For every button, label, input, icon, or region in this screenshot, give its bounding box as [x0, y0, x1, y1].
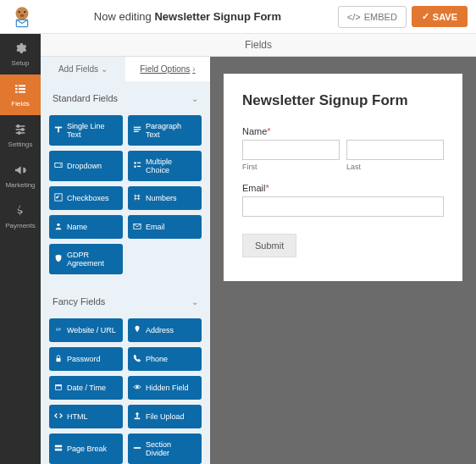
submit-button[interactable]: Submit	[242, 234, 296, 257]
bullhorn-icon	[14, 163, 27, 179]
dropdown-icon	[54, 161, 63, 171]
name-label: Name*	[242, 126, 444, 136]
sliders-icon	[14, 123, 27, 138]
field-hidden-field[interactable]: Hidden Field	[128, 376, 202, 400]
paragraph-icon	[133, 125, 141, 135]
tab-field-options[interactable]: Field Options›	[125, 57, 210, 81]
svg-point-13	[18, 132, 20, 135]
break-icon	[54, 444, 63, 454]
field-single-line-text[interactable]: Single Line Text	[49, 115, 123, 146]
logo-icon	[7, 4, 37, 30]
field-address[interactable]: Address	[128, 318, 202, 342]
form-title: Newsletter Signup Form	[242, 92, 444, 109]
svg-rect-23	[137, 166, 141, 167]
field-password[interactable]: Password	[49, 347, 123, 371]
pin-icon	[133, 325, 141, 335]
svg-rect-7	[15, 88, 18, 90]
svg-rect-18	[134, 131, 139, 132]
lock-icon	[54, 354, 63, 364]
svg-rect-8	[19, 88, 25, 90]
nav-marketing[interactable]: Marketing	[0, 156, 41, 196]
svg-point-0	[16, 7, 29, 19]
field-website-url[interactable]: Website / URL	[49, 318, 123, 342]
svg-rect-10	[19, 91, 25, 93]
field-name[interactable]: Name	[49, 215, 123, 239]
svg-rect-21	[137, 163, 141, 163]
svg-rect-15	[58, 127, 59, 133]
field-page-break[interactable]: Page Break	[49, 434, 123, 464]
svg-rect-34	[134, 447, 141, 449]
calendar-icon	[54, 383, 63, 393]
gear-icon	[14, 41, 27, 57]
fields-header: Fields	[41, 34, 476, 57]
field-date-time[interactable]: Date / Time	[49, 376, 123, 400]
svg-rect-32	[55, 445, 62, 448]
first-sublabel: First	[242, 163, 340, 171]
shield-icon	[54, 254, 63, 264]
nav-settings[interactable]: Settings	[0, 115, 41, 156]
dollar-icon	[14, 204, 27, 219]
field-numbers[interactable]: Numbers	[128, 186, 202, 210]
svg-rect-27	[57, 358, 61, 362]
hash-icon	[133, 193, 141, 203]
svg-rect-16	[134, 127, 141, 128]
svg-point-12	[21, 129, 24, 131]
svg-point-11	[17, 125, 19, 128]
embed-button[interactable]: </>EMBED	[338, 6, 407, 28]
check-icon	[54, 193, 63, 203]
svg-rect-6	[19, 85, 25, 86]
svg-point-3	[20, 14, 25, 16]
text-icon	[54, 125, 63, 135]
check-icon: ✓	[422, 11, 429, 22]
link-icon	[54, 325, 63, 335]
nav-payments[interactable]: Payments	[0, 196, 41, 237]
divider-icon	[133, 444, 141, 454]
svg-point-25	[57, 224, 59, 226]
svg-point-1	[19, 11, 20, 13]
nav-fields[interactable]: Fields	[0, 75, 41, 115]
field-phone[interactable]: Phone	[128, 347, 202, 371]
svg-point-2	[24, 11, 25, 13]
list-icon	[14, 82, 27, 97]
user-icon	[54, 222, 63, 232]
field-checkboxes[interactable]: Checkboxes	[49, 186, 123, 210]
field-html[interactable]: HTML	[49, 405, 123, 428]
email-input[interactable]	[242, 196, 444, 217]
email-label: Email*	[242, 183, 444, 193]
svg-point-22	[134, 165, 136, 168]
radio-icon	[133, 161, 141, 171]
save-button[interactable]: ✓SAVE	[412, 6, 468, 27]
field-dropdown[interactable]: Dropdown	[49, 151, 123, 181]
field-paragraph-text[interactable]: Paragraph Text	[128, 115, 202, 146]
field-gdpr-agreement[interactable]: GDPR Agreement	[49, 244, 123, 274]
upload-icon	[133, 412, 141, 422]
section-standard-fields[interactable]: Standard Fields⌄	[41, 81, 210, 115]
chevron-right-icon: ›	[192, 64, 195, 74]
svg-point-20	[134, 162, 136, 164]
first-name-input[interactable]	[242, 140, 340, 160]
code-icon: </>	[347, 12, 361, 22]
field-file-upload[interactable]: File Upload	[128, 405, 202, 428]
mail-icon	[133, 222, 141, 232]
code-icon	[54, 412, 63, 422]
svg-point-30	[136, 386, 139, 389]
eye-icon	[133, 383, 141, 393]
svg-rect-17	[134, 129, 141, 130]
field-email[interactable]: Email	[128, 215, 202, 239]
nav-setup[interactable]: Setup	[0, 34, 41, 75]
svg-rect-31	[135, 418, 141, 420]
last-sublabel: Last	[346, 163, 444, 171]
page-title: Now editing Newsletter Signup Form	[37, 10, 338, 23]
field-multiple-choice[interactable]: Multiple Choice	[128, 151, 202, 181]
svg-rect-5	[15, 85, 18, 86]
chevron-down-icon: ⌄	[191, 94, 198, 103]
field-section-divider[interactable]: Section Divider	[128, 434, 202, 464]
last-name-input[interactable]	[346, 140, 444, 160]
chevron-down-icon: ⌄	[191, 297, 198, 307]
form-preview: Newsletter Signup Form Name* First Last	[224, 74, 462, 281]
svg-rect-33	[55, 449, 62, 451]
phone-icon	[133, 354, 141, 364]
section-fancy-fields[interactable]: Fancy Fields⌄	[41, 284, 210, 318]
chevron-down-icon: ⌄	[101, 64, 108, 74]
tab-add-fields[interactable]: Add Fields⌄	[41, 57, 125, 81]
